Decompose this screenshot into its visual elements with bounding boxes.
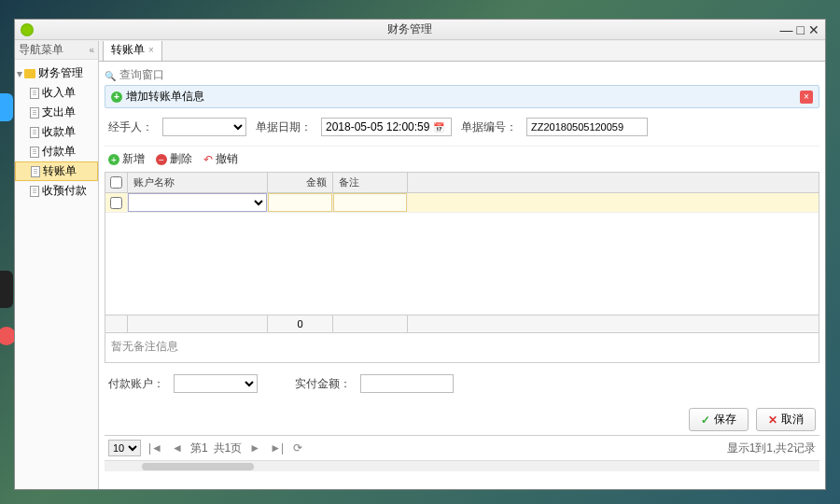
nav-tree: ▾ 财务管理 收入单支出单收款单付款单转账单收预付款 (15, 60, 98, 204)
breadcrumb-label: 查询窗口 (119, 67, 164, 83)
desktop-widget-2 (0, 271, 13, 308)
app-window: 财务管理 — □ ✕ 导航菜单 « ▾ 财务管理 收入单支出单收款单付款单转账单… (14, 19, 826, 490)
date-label: 单据日期： (256, 119, 312, 135)
maximize-button[interactable]: □ (797, 23, 805, 36)
horizontal-scrollbar[interactable] (105, 460, 819, 471)
grid-row[interactable] (105, 193, 819, 213)
prev-page-button[interactable]: ◄ (170, 441, 185, 455)
action-bar: 保存 取消 (105, 404, 819, 435)
col-note-header: 备注 (333, 173, 408, 192)
pay-account-label: 付款账户： (108, 376, 164, 392)
page-size-select[interactable]: 10 (108, 440, 141, 456)
close-button[interactable]: ✕ (808, 23, 819, 36)
desktop-widget-1 (0, 93, 13, 121)
window-title: 财务管理 (39, 21, 780, 37)
plus-icon: + (111, 91, 122, 103)
row-note-input[interactable] (333, 193, 407, 212)
folder-icon (24, 69, 35, 78)
titlebar: 财务管理 — □ ✕ (15, 20, 825, 40)
col-account-header: 账户名称 (128, 173, 268, 192)
tree-root[interactable]: ▾ 财务管理 (15, 63, 98, 83)
sidebar-item-2[interactable]: 收款单 (15, 122, 98, 142)
sidebar-item-label: 收入单 (42, 85, 76, 101)
grid-header: 账户名称 金额 备注 (105, 173, 819, 193)
grid-body (105, 193, 819, 315)
handler-label: 经手人： (108, 119, 153, 135)
select-all-checkbox[interactable] (110, 176, 122, 189)
tab-strip: 转账单 × (99, 41, 825, 62)
sidebar-item-label: 支出单 (42, 105, 76, 120)
pay-account-select[interactable] (174, 374, 258, 393)
sidebar-item-label: 转账单 (43, 163, 77, 179)
undo-button[interactable]: 撤销 (203, 151, 238, 167)
row-amount-input[interactable] (268, 193, 332, 212)
document-icon (31, 166, 40, 177)
sidebar-item-label: 付款单 (42, 144, 76, 160)
app-icon (21, 23, 34, 36)
save-button[interactable]: 保存 (689, 408, 749, 431)
page-total: 共1页 (214, 441, 243, 456)
row-checkbox[interactable] (110, 197, 122, 209)
x-icon (768, 413, 777, 427)
main-panel: 转账单 × 查询窗口 + 增加转账单信息 × 经手人： 单据日期： (99, 41, 825, 489)
tab-transfer[interactable]: 转账单 × (103, 41, 162, 61)
sidebar-header: 导航菜单 « (15, 41, 98, 60)
amount-total: 0 (268, 315, 333, 332)
sidebar-item-1[interactable]: 支出单 (15, 103, 98, 122)
sidebar: 导航菜单 « ▾ 财务管理 收入单支出单收款单付款单转账单收预付款 (15, 41, 99, 489)
document-icon (30, 186, 39, 197)
tree-root-label: 财务管理 (38, 65, 83, 81)
actual-amount-label: 实付金额： (295, 376, 351, 392)
add-row-button[interactable]: 新增 (108, 151, 145, 167)
minimize-button[interactable]: — (780, 23, 793, 36)
code-input[interactable] (526, 118, 648, 136)
check-icon (701, 413, 710, 427)
form-row-top: 经手人： 单据日期： 2018-05-05 12:00:59 单据编号： (105, 108, 819, 147)
document-icon (30, 88, 39, 99)
memo-area[interactable]: 暂无备注信息 (105, 333, 819, 363)
sidebar-title: 导航菜单 (19, 42, 63, 58)
actual-amount-input[interactable] (360, 374, 454, 393)
first-page-button[interactable]: |◄ (147, 441, 164, 455)
delete-row-button[interactable]: 删除 (156, 151, 192, 167)
calendar-icon[interactable] (433, 120, 444, 133)
document-icon (30, 127, 39, 138)
section-title: 增加转账单信息 (126, 89, 204, 105)
refresh-button[interactable]: ⟳ (291, 441, 304, 455)
row-account-select[interactable] (128, 193, 267, 212)
page-current: 第1 (190, 441, 208, 456)
pager: 10 |◄ ◄ 第1 共1页 ► ►| ⟳ 显示1到1,共2记录 (105, 435, 819, 460)
section-close-icon[interactable]: × (800, 91, 813, 104)
sidebar-item-3[interactable]: 付款单 (15, 142, 98, 161)
sidebar-item-label: 收款单 (42, 124, 76, 140)
section-header: + 增加转账单信息 × (105, 85, 819, 108)
grid-toolbar: 新增 删除 撤销 (105, 147, 819, 172)
sidebar-item-5[interactable]: 收预付款 (15, 181, 98, 201)
next-page-button[interactable]: ► (247, 441, 262, 455)
last-page-button[interactable]: ►| (268, 441, 286, 455)
sidebar-item-label: 收预付款 (42, 183, 87, 199)
collapse-icon[interactable]: « (89, 45, 94, 55)
handler-select[interactable] (162, 118, 246, 136)
date-value: 2018-05-05 12:00:59 (326, 120, 429, 133)
code-label: 单据编号： (461, 119, 517, 135)
date-input[interactable]: 2018-05-05 12:00:59 (321, 118, 452, 136)
search-icon (105, 69, 116, 82)
sidebar-item-4[interactable]: 转账单 (15, 161, 98, 181)
detail-grid: 账户名称 金额 备注 (105, 172, 819, 333)
breadcrumb: 查询窗口 (105, 65, 819, 85)
tab-close-icon[interactable]: × (148, 45, 154, 55)
cancel-button[interactable]: 取消 (756, 408, 816, 431)
document-icon (30, 107, 39, 119)
bottom-form: 付款账户： 实付金额： (105, 363, 819, 404)
col-amount-header: 金额 (268, 173, 333, 192)
document-icon (30, 147, 39, 158)
pager-info: 显示1到1,共2记录 (727, 441, 816, 456)
tab-label: 转账单 (111, 42, 145, 58)
sidebar-item-0[interactable]: 收入单 (15, 83, 98, 103)
grid-footer: 0 (105, 315, 819, 332)
